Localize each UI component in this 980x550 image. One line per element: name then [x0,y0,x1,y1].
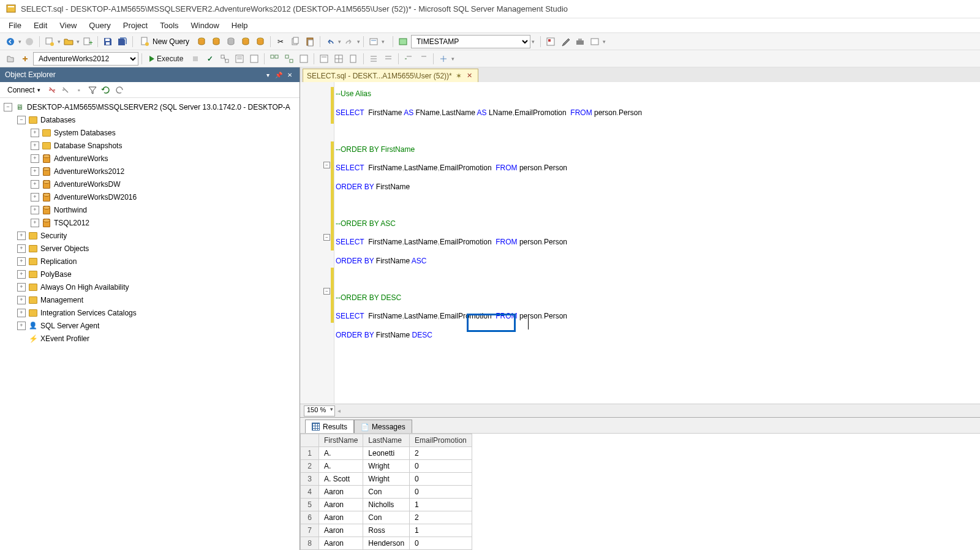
type-combo[interactable]: TIMESTAMP [411,35,530,48]
menu-query[interactable]: Query [83,19,116,32]
menu-file[interactable]: File [2,19,28,32]
comment-button[interactable] [367,52,380,66]
tree-db-node[interactable]: +Northwind [0,203,300,216]
save-all-button[interactable] [116,35,129,48]
results-grid[interactable]: FirstName LastName EmailPromotion 1A.Leo… [300,434,980,550]
grid-cell[interactable]: Con [363,486,410,499]
grid-cell[interactable]: 0 [410,460,472,473]
uncomment-button[interactable] [382,52,395,66]
grid-row[interactable]: 6AaronCon2 [301,511,472,524]
grid-cell[interactable]: Ross [363,524,410,537]
find-button[interactable] [367,35,380,48]
results-tab[interactable]: Results [305,420,354,433]
zoom-combo[interactable]: 150 % [304,405,335,416]
tree-db-node[interactable]: +AdventureWorksDW2016 [0,190,300,203]
row-header[interactable]: 5 [301,499,319,511]
cut-button[interactable]: ✂ [274,35,287,48]
row-header[interactable]: 4 [301,486,319,499]
copy-button[interactable] [288,35,302,48]
grid-row[interactable]: 8AaronHenderson0 [301,537,472,550]
document-tab[interactable]: SELECT.sql - DESKT...A1M5655\User (52))*… [303,69,478,82]
nav-back-button[interactable] [4,35,17,48]
add-item-button[interactable]: + [81,35,94,48]
tree-databases-node[interactable]: −Databases [0,113,300,126]
refresh-parent-button[interactable] [114,85,125,96]
toolbox-button[interactable] [573,35,587,48]
redo-button[interactable] [342,35,356,48]
tree-agent-node[interactable]: +SQL Server Agent [0,319,300,332]
nav-fwd-button[interactable] [23,35,36,48]
grid-cell[interactable]: Aaron [319,511,363,524]
row-header[interactable]: 1 [301,447,319,460]
db-query-button-4[interactable] [239,35,252,48]
disconnect-button[interactable] [47,85,58,96]
grid-cell[interactable]: 0 [410,486,472,499]
grid-cell[interactable]: Aaron [319,537,363,550]
intellisense-button[interactable] [247,52,261,66]
tree-alwayson-node[interactable]: +Always On High Availability [0,281,300,293]
save-button[interactable] [101,35,115,48]
display-plan-button[interactable] [218,52,232,66]
tree-management-node[interactable]: +Management [0,293,300,306]
col-emailpromotion[interactable]: EmailPromotion [410,434,472,447]
tree-xevent-node[interactable]: XEvent Profiler [0,332,300,345]
grid-cell[interactable]: Con [363,511,410,524]
code-text[interactable]: --Use Alias SELECT FirstName AS FName,La… [334,82,980,404]
specify-values-button[interactable] [437,52,450,66]
tree-sysdb-node[interactable]: +System Databases [0,126,300,139]
paste-button[interactable] [303,35,317,48]
fold-button[interactable]: − [323,162,330,168]
indent-button[interactable] [402,52,415,66]
grid-row[interactable]: 2A.Wright0 [301,460,472,473]
menu-view[interactable]: View [53,19,83,32]
connect-button[interactable]: Connect▾ [4,85,44,96]
change-connection-button[interactable] [18,52,32,66]
grid-row[interactable]: 7AaronRoss1 [301,524,472,537]
grid-cell[interactable]: 1 [410,524,472,537]
grid-cell[interactable]: Wright [363,460,410,473]
menu-tools[interactable]: Tools [154,19,184,32]
grid-cell[interactable]: Wright [363,473,410,486]
new-query-button[interactable]: New Query [136,35,194,48]
results-file-button[interactable] [347,52,360,66]
tree-replication-node[interactable]: +Replication [0,255,300,268]
db-query-button-5[interactable] [254,35,267,48]
refresh-button[interactable] [100,85,111,96]
row-header[interactable]: 2 [301,460,319,473]
menu-help[interactable]: Help [225,19,254,32]
col-lastname[interactable]: LastName [363,434,410,447]
view-button[interactable] [588,35,601,48]
tree-security-node[interactable]: +Security [0,229,300,242]
stop-connect-button[interactable] [60,85,71,96]
grid-cell[interactable]: Leonetti [363,447,410,460]
db-query-button-3[interactable] [224,35,238,48]
grid-row[interactable]: 3A. ScottWright0 [301,473,472,486]
menu-window[interactable]: Window [185,19,225,32]
tree-serverobj-node[interactable]: +Server Objects [0,242,300,255]
results-text-button[interactable] [317,52,331,66]
db-query-button-1[interactable] [195,35,208,48]
live-stats-button[interactable] [282,52,296,66]
include-plan-button[interactable] [268,52,281,66]
panel-dropdown-button[interactable]: ▾ [263,70,273,80]
object-tree[interactable]: −🖥DESKTOP-A1M5655\MSSQLSERVER2 (SQL Serv… [0,98,300,550]
grid-cell[interactable]: Henderson [363,537,410,550]
grid-cell[interactable]: A. [319,447,363,460]
stop-button[interactable] [189,52,202,66]
grid-cell[interactable]: Aaron [319,524,363,537]
panel-close-button[interactable]: ✕ [285,70,295,80]
undo-button[interactable] [323,35,337,48]
row-header[interactable]: 8 [301,537,319,550]
grid-cell[interactable]: Aaron [319,486,363,499]
filter-button[interactable] [87,85,98,96]
row-header[interactable]: 3 [301,473,319,486]
menu-project[interactable]: Project [117,19,154,32]
grid-cell[interactable]: 0 [410,537,472,550]
fold-button[interactable]: − [323,288,330,295]
db-query-button-2[interactable] [209,35,223,48]
registered-servers-button[interactable] [544,35,557,48]
grid-row[interactable]: 1A.Leonetti2 [301,447,472,460]
tree-polybase-node[interactable]: +PolyBase [0,268,300,281]
grid-cell[interactable]: 2 [410,447,472,460]
code-editor[interactable]: − − − --Use Alias SELECT FirstName AS FN… [300,82,980,404]
